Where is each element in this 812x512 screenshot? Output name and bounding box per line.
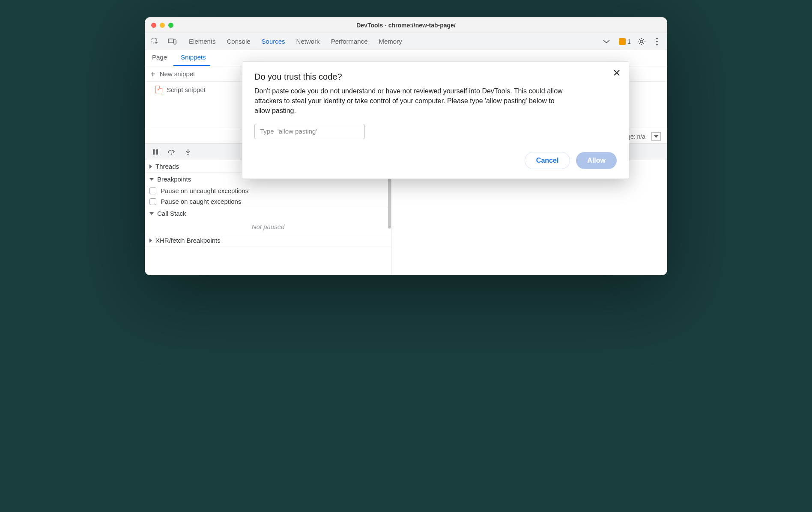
dialog-body: Don't paste code you do not understand o… — [254, 86, 571, 116]
warnings-badge[interactable]: 1 — [619, 38, 631, 45]
editor-footer-toggle[interactable] — [651, 132, 661, 141]
threads-label: Threads — [155, 163, 179, 170]
window-titlebar: DevTools - chrome://new-tab-page/ — [145, 18, 667, 33]
call-stack-label: Call Stack — [157, 210, 186, 217]
tab-performance[interactable]: Performance — [331, 38, 368, 45]
tab-sources[interactable]: Sources — [262, 38, 285, 45]
device-toolbar-icon[interactable] — [167, 37, 177, 46]
pause-caught-row[interactable]: Pause on caught exceptions — [145, 196, 391, 207]
cancel-button[interactable]: Cancel — [525, 152, 570, 169]
window-close-button[interactable] — [151, 23, 156, 28]
svg-rect-8 — [156, 149, 158, 155]
chevron-down-icon — [654, 135, 658, 138]
chevron-right-icon — [149, 238, 152, 243]
window-maximize-button[interactable] — [168, 23, 173, 28]
svg-point-5 — [656, 41, 658, 42]
section-xhr-breakpoints: XHR/fetch Breakpoints — [145, 234, 391, 247]
pause-uncaught-label: Pause on uncaught exceptions — [161, 187, 248, 194]
chevron-down-icon — [149, 212, 154, 215]
window-minimize-button[interactable] — [160, 23, 165, 28]
dialog-close-button[interactable] — [611, 67, 623, 79]
trust-code-dialog: Do you trust this code? Don't paste code… — [242, 61, 629, 179]
allow-pasting-input[interactable] — [254, 124, 365, 139]
more-tabs-icon[interactable] — [602, 37, 611, 46]
call-stack-status: Not paused — [145, 220, 391, 234]
chevron-right-icon — [149, 164, 152, 169]
tab-elements[interactable]: Elements — [189, 38, 216, 45]
window-traffic-lights[interactable] — [151, 23, 173, 28]
svg-point-6 — [656, 44, 658, 45]
step-over-icon[interactable] — [167, 148, 176, 156]
main-tabs-bar: Elements Console Sources Network Perform… — [145, 33, 667, 50]
checkbox-uncaught[interactable] — [149, 188, 156, 194]
devtools-app: DevTools - chrome://new-tab-page/ Elemen… — [145, 18, 667, 275]
kebab-menu-icon[interactable] — [652, 37, 662, 46]
snippet-file-icon — [155, 86, 162, 93]
checkbox-caught[interactable] — [149, 198, 156, 205]
svg-rect-2 — [174, 40, 176, 44]
chevron-down-icon — [149, 178, 154, 181]
tab-memory[interactable]: Memory — [379, 38, 402, 45]
pause-resume-icon[interactable] — [151, 148, 160, 156]
svg-rect-7 — [153, 149, 155, 155]
svg-point-9 — [171, 153, 172, 155]
dialog-title: Do you trust this code? — [254, 72, 617, 82]
main-tab-list: Elements Console Sources Network Perform… — [189, 38, 594, 45]
warning-count: 1 — [627, 38, 631, 45]
breakpoints-label: Breakpoints — [157, 176, 191, 183]
svg-rect-1 — [168, 39, 173, 43]
subtab-snippets[interactable]: Snippets — [174, 50, 212, 66]
subtab-page[interactable]: Page — [145, 50, 174, 66]
pause-uncaught-row[interactable]: Pause on uncaught exceptions — [145, 185, 391, 196]
tab-console[interactable]: Console — [227, 38, 251, 45]
new-snippet-label: New snippet — [160, 70, 195, 77]
pause-caught-label: Pause on caught exceptions — [161, 198, 241, 205]
snippet-file-label: Script snippet — [167, 86, 206, 93]
warning-icon — [619, 38, 626, 45]
tab-network[interactable]: Network — [296, 38, 320, 45]
xhr-breakpoints-label: XHR/fetch Breakpoints — [155, 237, 221, 244]
plus-icon: + — [150, 70, 155, 78]
section-call-stack: Call Stack Not paused — [145, 207, 391, 234]
window-title: DevTools - chrome://new-tab-page/ — [145, 22, 667, 29]
settings-gear-icon[interactable] — [637, 37, 646, 46]
step-into-icon[interactable] — [184, 148, 192, 156]
svg-point-4 — [656, 38, 658, 39]
svg-point-10 — [187, 154, 188, 155]
allow-button[interactable]: Allow — [576, 152, 617, 169]
inspect-element-icon[interactable] — [150, 37, 160, 46]
svg-point-3 — [640, 40, 643, 43]
